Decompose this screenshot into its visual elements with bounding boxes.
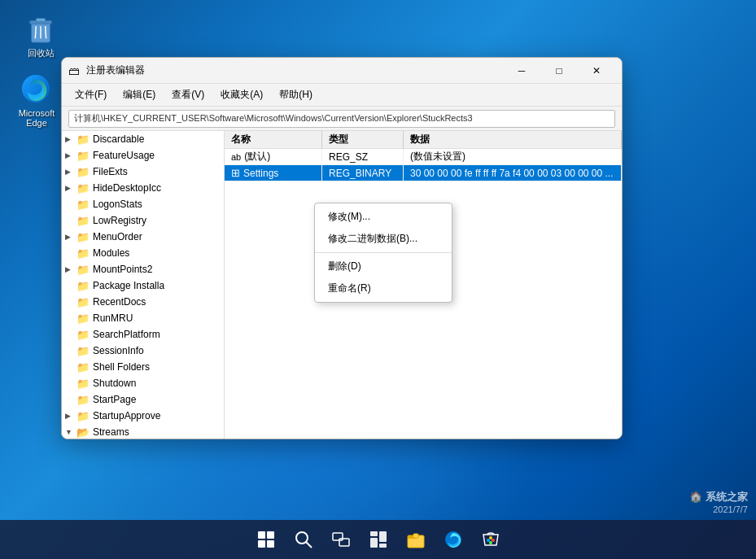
col-header-type: 类型 xyxy=(322,131,404,148)
expand-icon: ▶ xyxy=(65,168,76,176)
menu-edit[interactable]: 编辑(E) xyxy=(116,86,162,103)
svg-line-3 xyxy=(35,26,36,38)
maximize-button[interactable]: □ xyxy=(540,58,578,84)
address-bar: 计算机\HKEY_CURRENT_USER\Software\Microsoft… xyxy=(62,107,622,131)
tree-item-featureusage[interactable]: ▶ 📁 FeatureUsage xyxy=(62,147,224,164)
tree-item-fileexts[interactable]: ▶ 📁 FileExts xyxy=(62,164,224,180)
tree-label-runmru: RunMRU xyxy=(93,312,133,324)
tree-item-shellfolders[interactable]: 📁 Shell Folders xyxy=(62,359,224,375)
svg-point-24 xyxy=(492,539,495,542)
tree-item-searchplatform[interactable]: 📁 SearchPlatform xyxy=(62,326,224,343)
expand-icon xyxy=(65,395,76,404)
minimize-button[interactable]: ─ xyxy=(503,58,540,84)
expand-icon xyxy=(65,363,76,371)
tree-item-packageinstall[interactable]: 📁 Package Installa xyxy=(62,277,224,294)
ctx-rename[interactable]: 重命名(R) xyxy=(315,277,452,299)
menu-file[interactable]: 文件(F) xyxy=(68,86,113,103)
title-bar-text: 注册表编辑器 xyxy=(86,63,503,77)
tree-item-mountpoints2[interactable]: ▶ 📁 MountPoints2 xyxy=(62,261,224,277)
taskbar-taskview-button[interactable] xyxy=(323,522,359,557)
tree-item-shutdown[interactable]: 📁 Shutdown xyxy=(62,375,224,391)
value-row-settings[interactable]: ⊞ Settings REG_BINARY 30 00 00 00 fe ff … xyxy=(225,165,622,181)
value-type-default: REG_SZ xyxy=(322,149,404,164)
folder-icon: 📁 xyxy=(76,247,90,260)
expand-icon: ▶ xyxy=(65,233,76,241)
expand-icon xyxy=(65,298,76,306)
tree-item-logonstats[interactable]: 📁 LogonStats xyxy=(62,196,224,212)
svg-rect-7 xyxy=(258,531,265,539)
tree-label-discardable: Discardable xyxy=(93,133,144,145)
regedit-window: 🗃 注册表编辑器 ─ □ ✕ 文件(F) 编辑(E) 查看(V) 收藏夹(A) … xyxy=(61,57,623,439)
edge-label: Microsoft Edge xyxy=(8,108,65,128)
tree-item-discardable[interactable]: ▶ 📁 Discardable xyxy=(62,131,224,147)
title-bar-controls: ─ □ ✕ xyxy=(503,58,615,84)
tree-item-modules[interactable]: 📁 Modules xyxy=(62,245,224,261)
taskbar-search-button[interactable] xyxy=(286,522,321,557)
expand-icon: ▶ xyxy=(65,135,76,143)
tree-label-logonstats: LogonStats xyxy=(93,199,142,210)
tree-item-menuorder[interactable]: ▶ 📁 MenuOrder xyxy=(62,229,224,245)
value-type-settings: REG_BINARY xyxy=(322,165,404,181)
col-header-data: 数据 xyxy=(404,131,622,148)
folder-icon: 📁 xyxy=(76,133,90,146)
svg-rect-10 xyxy=(267,540,274,548)
menu-view[interactable]: 查看(V) xyxy=(165,86,211,103)
tree-item-startupapprove[interactable]: ▶ 📁 StartupApprove xyxy=(62,408,224,424)
values-header: 名称 类型 数据 xyxy=(225,131,622,149)
folder-icon: 📂 xyxy=(76,426,90,439)
expand-icon: ▶ xyxy=(65,184,76,192)
expand-icon xyxy=(65,200,76,208)
ctx-delete[interactable]: 删除(D) xyxy=(315,255,452,277)
expand-icon xyxy=(65,282,76,290)
tree-item-hidedesktoplcc[interactable]: ▶ 📁 HideDesktopIcc xyxy=(62,180,224,196)
taskbar-store-button[interactable] xyxy=(473,522,509,557)
tree-label-shutdown: Shutdown xyxy=(93,378,136,389)
ctx-modify-binary[interactable]: 修改二进制数据(B)... xyxy=(315,228,452,250)
expand-icon: ▶ xyxy=(65,412,76,420)
svg-rect-8 xyxy=(267,531,274,539)
close-button[interactable]: ✕ xyxy=(578,58,615,84)
tree-label-featureusage: FeatureUsage xyxy=(93,150,155,161)
tree-label-recentdocs: RecentDocs xyxy=(93,296,146,308)
taskbar-widgets-button[interactable] xyxy=(361,522,396,557)
expand-icon: ▶ xyxy=(65,151,76,159)
expand-icon xyxy=(65,249,76,257)
taskbar-start-button[interactable] xyxy=(248,522,284,557)
expand-icon xyxy=(65,216,76,225)
recycle-bin-icon[interactable]: 回收站 xyxy=(12,12,69,59)
svg-point-11 xyxy=(296,532,308,544)
svg-point-23 xyxy=(487,539,490,542)
tree-label-sessioninfo: SessionInfo xyxy=(93,345,144,356)
context-menu: 修改(M)... 修改二进制数据(B)... 删除(D) 重命名(R) xyxy=(314,203,452,303)
tree-label-searchplatform: SearchPlatform xyxy=(93,329,160,340)
svg-rect-2 xyxy=(36,19,45,22)
value-row-default[interactable]: ab (默认) REG_SZ (数值未设置) xyxy=(225,149,622,165)
tree-item-startpage[interactable]: 📁 StartPage xyxy=(62,391,224,408)
taskbar-explorer-button[interactable] xyxy=(398,522,434,557)
svg-point-26 xyxy=(489,541,492,544)
recycle-bin-label: 回收站 xyxy=(28,47,55,59)
tree-item-streams[interactable]: ▼ 📂 Streams xyxy=(62,424,224,439)
tree-item-runmru[interactable]: 📁 RunMRU xyxy=(62,310,224,326)
folder-icon: 📁 xyxy=(76,280,90,292)
folder-icon: 📁 xyxy=(76,215,90,227)
menu-help[interactable]: 帮助(H) xyxy=(273,86,319,103)
folder-icon: 📁 xyxy=(76,410,90,422)
taskbar-edge-button[interactable] xyxy=(435,522,471,557)
address-path[interactable]: 计算机\HKEY_CURRENT_USER\Software\Microsoft… xyxy=(68,110,615,128)
tree-label-fileexts: FileExts xyxy=(93,166,128,177)
tree-item-recentdocs[interactable]: 📁 RecentDocs xyxy=(62,294,224,310)
menu-favorites[interactable]: 收藏夹(A) xyxy=(214,86,269,103)
folder-icon: 📁 xyxy=(76,345,90,357)
ctx-modify[interactable]: 修改(M)... xyxy=(315,206,452,228)
tree-label-hidedesktoplcc: HideDesktopIcc xyxy=(93,182,161,194)
tree-label-startpage: StartPage xyxy=(93,394,136,405)
svg-rect-17 xyxy=(370,538,378,548)
tree-item-lowregistry[interactable]: 📁 LowRegistry xyxy=(62,212,224,229)
tree-panel[interactable]: ▶ 📁 Discardable ▶ 📁 FeatureUsage ▶ 📁 Fil… xyxy=(62,131,225,439)
edge-desktop-icon[interactable]: Microsoft Edge xyxy=(8,73,65,128)
tree-item-sessioninfo[interactable]: 📁 SessionInfo xyxy=(62,343,224,359)
tree-label-lowregistry: LowRegistry xyxy=(93,215,146,226)
desktop: 回收站 Microsoft Edge xyxy=(0,0,756,559)
taskbar-icons-group xyxy=(248,522,509,557)
